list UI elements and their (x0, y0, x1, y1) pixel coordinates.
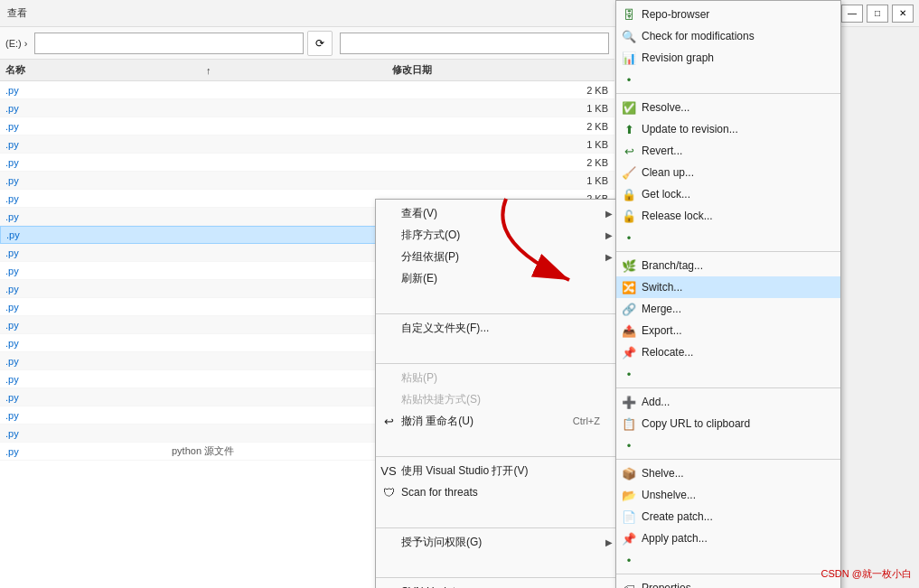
right-menu-item-13[interactable]: 🔗Merge... (616, 298, 840, 320)
submenu-arrow-0: ▶ (605, 209, 613, 219)
right-menu-item-25[interactable]: 🏷Properties (616, 577, 840, 588)
minimize-button[interactable]: — (841, 5, 863, 23)
context-menu-right: 🗄Repo-browser🔍Check for modifications📊Re… (615, 0, 841, 588)
separator-right-19 (616, 459, 840, 460)
file-name-6: .py (5, 193, 168, 204)
separator-left-6 (376, 363, 618, 364)
right-menu-item-0[interactable]: 🗄Repo-browser (616, 4, 840, 25)
right-menu-icon-19: • (622, 438, 636, 453)
left-menu-item-7: 粘贴(P) (376, 367, 618, 388)
left-menu-item-13[interactable] (376, 503, 618, 525)
menu-icon-16: SVN (381, 584, 396, 588)
file-name-4: .py (5, 157, 168, 168)
right-menu-label-6: Revert... (642, 145, 682, 157)
table-row[interactable]: .py (0, 81, 614, 99)
right-menu-item-9[interactable]: 🔓Release lock... (616, 205, 840, 227)
right-menu-label-0: Repo-browser (642, 8, 709, 21)
menu-label-2: 分组依据(P) (401, 249, 459, 265)
right-menu-item-23[interactable]: 📌Apply patch... (616, 527, 840, 549)
right-menu-item-3[interactable]: • (616, 69, 840, 90)
right-menu-item-2[interactable]: 📊Revision graph (616, 47, 840, 69)
left-menu-item-5[interactable]: 自定义文件夹(F)... (376, 317, 618, 339)
left-menu-item-4[interactable] (376, 289, 618, 311)
left-menu-item-10[interactable] (376, 432, 618, 453)
right-menu-item-19[interactable]: • (616, 434, 840, 456)
left-menu-item-0[interactable]: 查看(V)▶ (376, 202, 618, 224)
left-menu-item-1[interactable]: 排序方式(O)▶ (376, 224, 618, 246)
right-menu-item-8[interactable]: 🔒Get lock... (616, 183, 840, 205)
separator-left-10 (376, 456, 618, 457)
right-menu-icon-3: • (622, 72, 636, 87)
right-menu-item-16[interactable]: • (616, 363, 840, 385)
file-name-15: .py (5, 356, 168, 367)
right-menu-item-18[interactable]: 📋Copy URL to clipboard (616, 413, 840, 434)
right-menu-item-11[interactable]: 🌿Branch/tag... (616, 255, 840, 276)
separator-right-10 (616, 251, 840, 252)
explorer-titlebar: 查看 (0, 0, 614, 27)
right-menu-item-1[interactable]: 🔍Check for modifications (616, 25, 840, 47)
menu-label-1: 排序方式(O) (401, 228, 460, 243)
right-menu-icon-5: ⬆ (622, 122, 636, 136)
menu-icon-12: 🛡 (381, 485, 396, 499)
file-name-13: .py (5, 320, 168, 331)
menu-label-9: 撤消 重命名(U) (401, 414, 474, 429)
address-input[interactable] (34, 33, 304, 54)
table-row[interactable]: .py (0, 117, 614, 135)
right-menu-icon-9: 🔓 (622, 209, 636, 223)
left-menu-item-3[interactable]: 刷新(E) (376, 267, 618, 289)
submenu-arrow-14: ▶ (605, 537, 613, 547)
right-menu-item-12[interactable]: 🔀Switch... (616, 276, 840, 298)
table-row[interactable]: .py (0, 135, 614, 154)
file-name-8: .py (6, 229, 169, 240)
right-menu-label-1: Check for modifications (642, 30, 755, 42)
search-input[interactable] (340, 33, 609, 54)
right-menu-icon-10: • (622, 230, 636, 245)
menu-label-7: 粘贴(P) (401, 370, 437, 386)
file-name-7: .py (5, 211, 168, 222)
right-menu-item-10[interactable]: • (616, 227, 840, 248)
right-menu-item-7[interactable]: 🧹Clean up... (616, 162, 840, 183)
menu-label-0: 查看(V) (401, 206, 437, 221)
table-row[interactable]: .py (0, 99, 614, 117)
left-menu-item-11[interactable]: VS使用 Visual Studio 打开(V) (376, 460, 618, 481)
table-row[interactable]: .py (0, 154, 614, 172)
right-menu-item-14[interactable]: 📤Export... (616, 320, 840, 341)
right-menu-label-25: Properties (642, 582, 691, 588)
right-menu-icon-20: 📦 (622, 466, 636, 481)
separator-left-4 (376, 313, 618, 314)
left-menu-item-14[interactable]: 授予访问权限(G)▶ (376, 531, 618, 553)
file-name-0: .py (5, 85, 168, 96)
refresh-btn[interactable]: ⟳ (307, 31, 333, 56)
file-name-14: .py (5, 338, 168, 349)
left-menu-item-2[interactable]: 分组依据(P)▶ (376, 246, 618, 267)
right-menu-label-18: Copy URL to clipboard (642, 417, 750, 430)
file-size-3: 1 KB (576, 135, 612, 154)
left-menu-item-12[interactable]: 🛡Scan for threats (376, 481, 618, 503)
right-menu-item-22[interactable]: 📄Create patch... (616, 506, 840, 527)
right-menu-item-5[interactable]: ⬆Update to revision... (616, 118, 840, 140)
right-menu-icon-2: 📊 (622, 51, 636, 65)
right-menu-item-6[interactable]: ↩Revert... (616, 140, 840, 162)
file-name-1: .py (5, 103, 168, 114)
submenu-arrow-2: ▶ (605, 252, 613, 262)
right-menu-icon-14: 📤 (622, 323, 636, 338)
sort-arrow: ↑ (206, 65, 211, 76)
right-menu-icon-23: 📌 (622, 531, 636, 546)
close-button[interactable]: ✕ (892, 5, 914, 23)
right-menu-label-8: Get lock... (642, 188, 690, 201)
maximize-button[interactable]: □ (867, 5, 888, 23)
left-menu-item-15[interactable] (376, 553, 618, 574)
table-row[interactable]: .py (0, 172, 614, 190)
right-menu-item-24[interactable]: • (616, 549, 840, 571)
right-menu-icon-4: ✅ (622, 100, 636, 115)
right-menu-item-20[interactable]: 📦Shelve... (616, 462, 840, 484)
right-menu-item-15[interactable]: 📌Relocate... (616, 341, 840, 363)
right-menu-icon-12: 🔀 (622, 280, 636, 294)
left-menu-item-9[interactable]: ↩撤消 重命名(U)Ctrl+Z (376, 410, 618, 432)
right-menu-item-21[interactable]: 📂Unshelve... (616, 484, 840, 506)
left-menu-item-6[interactable] (376, 339, 618, 360)
file-date-20: python 源文件 (168, 444, 295, 458)
right-menu-item-17[interactable]: ➕Add... (616, 391, 840, 413)
right-menu-item-4[interactable]: ✅Resolve... (616, 97, 840, 118)
left-menu-item-16[interactable]: SVNSVN Update (376, 581, 618, 588)
